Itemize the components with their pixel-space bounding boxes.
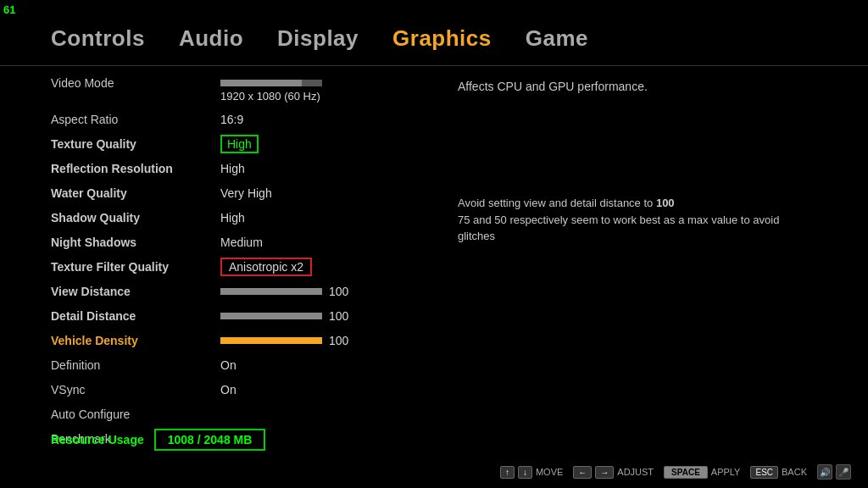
auto-configure-row: Auto Configure bbox=[51, 405, 441, 424]
resource-usage-value: 1008 / 2048 MB bbox=[154, 429, 266, 451]
hud-move-group: ↑ ↓ MOVE bbox=[500, 466, 563, 479]
shadow-quality-row: Shadow Quality High bbox=[51, 208, 441, 227]
video-mode-value: 1920 x 1080 (60 Hz) bbox=[220, 90, 441, 103]
nav-tabs: Controls Audio Display Graphics Game bbox=[0, 0, 868, 66]
texture-quality-value[interactable]: High bbox=[220, 135, 259, 153]
info-panel: Affects CPU and GPU performance. Avoid s… bbox=[441, 76, 817, 417]
shadow-quality-label: Shadow Quality bbox=[51, 211, 220, 225]
mic-icon: 🎤 bbox=[836, 464, 851, 480]
auto-configure-label[interactable]: Auto Configure bbox=[51, 408, 220, 421]
night-shadows-label: Night Shadows bbox=[51, 236, 220, 249]
tab-graphics[interactable]: Graphics bbox=[392, 25, 492, 52]
definition-label: Definition bbox=[51, 358, 220, 372]
texture-filter-quality-label: Texture Filter Quality bbox=[51, 260, 220, 274]
texture-filter-quality-value[interactable]: Anisotropic x2 bbox=[220, 258, 312, 276]
resource-usage-bar: Resource Usage 1008 / 2048 MB bbox=[51, 429, 265, 451]
hud-back-label: BACK bbox=[782, 467, 807, 477]
hud-adjust-group: ← → ADJUST bbox=[573, 466, 654, 479]
aspect-ratio-label: Aspect Ratio bbox=[51, 113, 220, 126]
detail-distance-label: Detail Distance bbox=[51, 309, 220, 323]
view-distance-slider[interactable]: 100 bbox=[220, 285, 354, 298]
night-shadows-value[interactable]: Medium bbox=[220, 236, 263, 249]
water-quality-label: Water Quality bbox=[51, 186, 220, 200]
vsync-label: VSync bbox=[51, 383, 220, 396]
hud-space-key: SPACE bbox=[664, 466, 708, 479]
hud-back-group: ESC BACK bbox=[750, 466, 807, 479]
hud-adjust-label: ADJUST bbox=[617, 467, 654, 477]
info-top-text: Affects CPU and GPU performance. bbox=[458, 80, 817, 93]
bottom-hud: ↑ ↓ MOVE ← → ADJUST SPACE APPLY ESC BACK… bbox=[500, 464, 851, 480]
hud-icons: 🔊 🎤 bbox=[817, 464, 851, 480]
definition-value[interactable]: On bbox=[220, 358, 236, 372]
reflection-resolution-label: Reflection Resolution bbox=[51, 162, 220, 175]
view-distance-value: 100 bbox=[329, 285, 354, 298]
resource-usage-label: Resource Usage bbox=[51, 433, 144, 446]
hud-apply-label: APPLY bbox=[711, 467, 741, 477]
reflection-resolution-row: Reflection Resolution High bbox=[51, 159, 441, 178]
water-quality-row: Water Quality Very High bbox=[51, 184, 441, 202]
settings-list: Video Mode 1920 x 1080 (60 Hz) Aspect Ra… bbox=[51, 76, 441, 417]
hud-move-label: MOVE bbox=[536, 467, 563, 477]
hud-up-key: ↑ bbox=[500, 466, 515, 479]
view-distance-row: View Distance 100 bbox=[51, 282, 441, 301]
corner-indicator: 61 bbox=[3, 3, 15, 16]
texture-quality-label: Texture Quality bbox=[51, 137, 220, 151]
vsync-row: VSync On bbox=[51, 380, 441, 399]
vehicle-density-label: Vehicle Density bbox=[51, 334, 220, 347]
detail-distance-value: 100 bbox=[329, 309, 354, 323]
tab-game[interactable]: Game bbox=[526, 25, 588, 52]
hud-left-key: ← bbox=[573, 466, 592, 479]
main-content: Video Mode 1920 x 1080 (60 Hz) Aspect Ra… bbox=[0, 66, 868, 427]
detail-distance-row: Detail Distance 100 bbox=[51, 307, 441, 325]
aspect-ratio-value: 16:9 bbox=[220, 113, 243, 126]
definition-row: Definition On bbox=[51, 356, 441, 374]
view-distance-label: View Distance bbox=[51, 285, 220, 298]
tab-display[interactable]: Display bbox=[277, 25, 359, 52]
vehicle-density-value: 100 bbox=[329, 334, 354, 347]
vehicle-density-row: Vehicle Density 100 bbox=[51, 331, 441, 350]
reflection-resolution-value[interactable]: High bbox=[220, 162, 245, 175]
tab-controls[interactable]: Controls bbox=[51, 25, 145, 52]
tab-audio[interactable]: Audio bbox=[179, 25, 243, 52]
water-quality-value[interactable]: Very High bbox=[220, 186, 272, 200]
hud-apply-group: SPACE APPLY bbox=[664, 466, 740, 479]
info-warning-text: Avoid setting view and detail distance t… bbox=[458, 195, 817, 245]
video-mode-row: Video Mode 1920 x 1080 (60 Hz) bbox=[51, 76, 441, 104]
texture-filter-quality-row: Texture Filter Quality Anisotropic x2 bbox=[51, 258, 441, 276]
detail-distance-slider[interactable]: 100 bbox=[220, 309, 354, 323]
hud-down-key: ↓ bbox=[518, 466, 532, 479]
video-mode-label: Video Mode bbox=[51, 76, 220, 90]
night-shadows-row: Night Shadows Medium bbox=[51, 233, 441, 252]
speaker-icon: 🔊 bbox=[817, 464, 832, 480]
texture-quality-row: Texture Quality High bbox=[51, 135, 441, 153]
aspect-ratio-row: Aspect Ratio 16:9 bbox=[51, 110, 441, 129]
shadow-quality-value[interactable]: High bbox=[220, 211, 245, 225]
vehicle-density-slider[interactable]: 100 bbox=[220, 334, 354, 347]
vsync-value[interactable]: On bbox=[220, 383, 236, 396]
video-mode-slider[interactable] bbox=[220, 80, 322, 86]
hud-right-key: → bbox=[595, 466, 614, 479]
hud-esc-key: ESC bbox=[750, 466, 778, 479]
